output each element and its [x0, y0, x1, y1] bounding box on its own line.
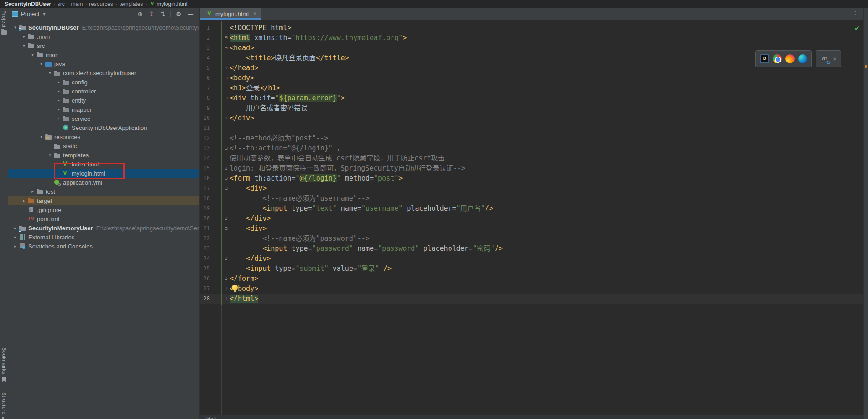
- structure-stripe-label[interactable]: Structure: [1, 392, 7, 414]
- code-text[interactable]: <div>: [230, 223, 267, 233]
- line-number[interactable]: 17: [200, 183, 210, 193]
- collapse-all-icon[interactable]: ⇅: [160, 8, 165, 20]
- code-text[interactable]: <head>: [230, 43, 254, 53]
- fold-end-icon[interactable]: ⊔: [223, 274, 229, 284]
- tool-stripe-project[interactable]: Project: [0, 10, 8, 35]
- tree-item-securityindbuser[interactable]: ▾SecurityInDBUserE:\xiezhrspace\springse…: [8, 23, 199, 32]
- chevron-closed-icon[interactable]: ▸: [21, 34, 26, 39]
- line-number[interactable]: 19: [200, 203, 210, 213]
- breadcrumb-resources[interactable]: resources: [89, 1, 113, 7]
- chevron-open-icon[interactable]: ▾: [30, 52, 35, 57]
- code-text[interactable]: <div>: [230, 183, 267, 193]
- line-number[interactable]: 15: [200, 163, 210, 173]
- breadcrumb-main[interactable]: main: [71, 1, 83, 7]
- code-text[interactable]: <input type="text" name="username" place…: [230, 203, 493, 213]
- fold-start-icon[interactable]: ⊟: [223, 33, 229, 43]
- breadcrumb-securityindbuser[interactable]: SecurityInDBUser: [5, 1, 51, 7]
- code-line-24[interactable]: 24⊔ </div>: [200, 253, 864, 264]
- fold-end-icon[interactable]: ⊔: [223, 253, 229, 264]
- fold-end-icon[interactable]: ⊔: [223, 213, 229, 223]
- chevron-closed-icon[interactable]: ▸: [56, 107, 61, 112]
- code-line-27[interactable]: 27⊔</body>: [200, 284, 864, 294]
- code-line-7[interactable]: 7<h1>登录</h1>: [200, 83, 864, 93]
- fold-start-icon[interactable]: ⊟: [223, 183, 229, 193]
- code-line-8[interactable]: 8⊟<div th:if="${param.error}">: [200, 93, 864, 103]
- code-text[interactable]: <!--th:action="@{/login}" ，: [230, 143, 344, 153]
- editor-body[interactable]: 1<!DOCTYPE html>2⊟<html xmlns:th="https:…: [200, 20, 864, 416]
- code-text[interactable]: <div th:if="${param.error}">: [230, 93, 345, 103]
- code-line-25[interactable]: 25 <input type="submit" value="登录" />: [200, 264, 864, 274]
- line-number[interactable]: 13: [200, 143, 210, 153]
- code-text[interactable]: </div>: [230, 113, 254, 123]
- bookmarks-stripe-label[interactable]: Bookmarks: [1, 347, 7, 375]
- chevron-closed-icon[interactable]: ▸: [56, 89, 61, 93]
- tree-item-securityinmemoryuser[interactable]: ▸SecurityInMemoryUserE:\xiezhrspace\spri…: [8, 223, 199, 233]
- settings-gear-icon[interactable]: ⚙: [176, 8, 181, 20]
- chevron-closed-icon[interactable]: ▸: [30, 189, 35, 194]
- line-number[interactable]: 27: [200, 284, 210, 294]
- project-stripe-label[interactable]: Project: [1, 10, 7, 28]
- code-line-18[interactable]: 18 <!--name必须为"username"-->: [200, 193, 864, 203]
- line-number[interactable]: 28: [200, 294, 210, 304]
- code-line-11[interactable]: 11: [200, 123, 864, 133]
- fold-start-icon[interactable]: ⊟: [223, 43, 229, 53]
- tree-item-test[interactable]: ▸test: [8, 187, 199, 196]
- tree-item-securityindbuserapplication[interactable]: SecurityInDbUserApplication: [8, 123, 199, 132]
- code-line-14[interactable]: 14使用动态参数，表单中会自动生成_csrf隐藏字段，用于防止csrf攻击: [200, 153, 864, 163]
- intention-bulb-icon[interactable]: [232, 285, 238, 290]
- line-number[interactable]: 21: [200, 223, 210, 233]
- tree-item-java[interactable]: ▾java: [8, 59, 199, 68]
- tree-item-config[interactable]: ▸config: [8, 78, 199, 87]
- code-line-2[interactable]: 2⊟<html xmlns:th="https://www.thymeleaf.…: [200, 33, 864, 43]
- tree-item-templates[interactable]: ▾templates: [8, 150, 199, 160]
- code-line-21[interactable]: 21⊟ <div>: [200, 223, 864, 233]
- chevron-open-icon[interactable]: ▾: [39, 134, 44, 139]
- tree-item-service[interactable]: ▸service: [8, 114, 199, 123]
- breadcrumb-templates[interactable]: templates: [119, 1, 143, 7]
- code-text[interactable]: </form>: [230, 274, 258, 284]
- tab-mylogin-html[interactable]: mylogin.html ×: [200, 8, 261, 20]
- code-text[interactable]: 使用动态参数，表单中会自动生成_csrf隐藏字段，用于防止csrf攻击: [230, 153, 444, 163]
- tree-item-mapper[interactable]: ▸mapper: [8, 105, 199, 114]
- code-line-9[interactable]: 9 用户名或者密码错误: [200, 103, 864, 113]
- code-line-28[interactable]: 28⊔</html>: [200, 294, 864, 304]
- chevron-closed-icon[interactable]: ▸: [56, 80, 61, 84]
- chevron-closed-icon[interactable]: ▸: [56, 116, 61, 121]
- line-number[interactable]: 20: [200, 213, 210, 223]
- fold-end-icon[interactable]: ⊔: [223, 163, 229, 173]
- code-text[interactable]: <form th:action="@{/login}" method="post…: [230, 173, 403, 183]
- code-line-12[interactable]: 12<!--method必须为"post"-->: [200, 133, 864, 143]
- intellij-idea-icon[interactable]: IJ: [760, 54, 769, 63]
- line-number[interactable]: 12: [200, 133, 210, 143]
- line-number[interactable]: 22: [200, 233, 210, 243]
- tool-stripe-bookmarks[interactable]: Bookmarks: [0, 347, 8, 382]
- code-text[interactable]: <h1>登录</h1>: [230, 83, 280, 93]
- line-number[interactable]: 4: [200, 53, 210, 63]
- code-line-6[interactable]: 6⊟<body>: [200, 73, 864, 83]
- code-line-13[interactable]: 13⊟<!--th:action="@{/login}" ，: [200, 143, 864, 153]
- line-number[interactable]: 1: [200, 23, 210, 33]
- fold-end-icon[interactable]: ⊔: [223, 294, 229, 304]
- chevron-open-icon[interactable]: ▾: [39, 62, 44, 66]
- tool-stripe-structure[interactable]: Structure: [0, 392, 8, 419]
- tree-item-application-yml[interactable]: application.yml: [8, 178, 199, 187]
- line-number[interactable]: 2: [200, 33, 210, 43]
- line-number[interactable]: 9: [200, 103, 210, 113]
- code-text[interactable]: </html>: [230, 294, 258, 304]
- chevron-open-icon[interactable]: ▾: [47, 153, 52, 157]
- code-line-10[interactable]: 10⊔</div>: [200, 113, 864, 123]
- breadcrumb-mylogin-html[interactable]: mylogin.html: [157, 1, 187, 7]
- code-line-15[interactable]: 15⊔login: 和登录页面保持一致即可，SpringSecurity自动进行…: [200, 163, 864, 173]
- line-number[interactable]: 3: [200, 43, 210, 53]
- inspections-ok-icon[interactable]: ✔: [854, 25, 860, 32]
- project-panel-title[interactable]: Project: [21, 10, 39, 17]
- chevron-open-icon[interactable]: ▾: [47, 71, 52, 75]
- hide-panel-icon[interactable]: —: [188, 8, 193, 20]
- line-number[interactable]: 16: [200, 173, 210, 183]
- line-number[interactable]: 10: [200, 113, 210, 123]
- chevron-down-icon[interactable]: ▼: [42, 12, 46, 16]
- breadcrumb-src[interactable]: src: [58, 1, 65, 7]
- line-number[interactable]: 24: [200, 253, 210, 264]
- chevron-closed-icon[interactable]: ▸: [13, 235, 18, 239]
- tab-close-icon[interactable]: ×: [253, 10, 256, 17]
